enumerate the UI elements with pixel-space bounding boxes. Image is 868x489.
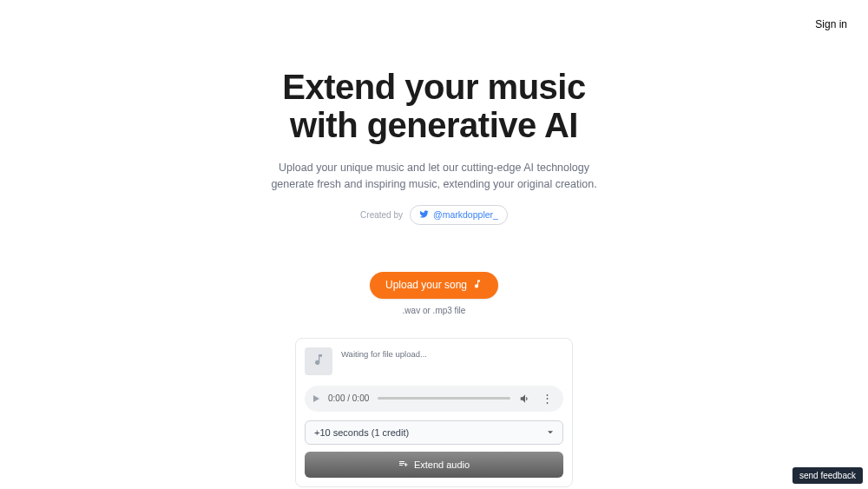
music-note-icon	[312, 353, 326, 370]
seek-slider[interactable]	[378, 397, 510, 400]
volume-icon[interactable]	[519, 393, 531, 405]
kebab-menu-icon[interactable]: ⋮	[540, 393, 555, 404]
upload-hint: .wav or .mp3 file	[148, 306, 720, 315]
player-card: Waiting for file upload... 0:00 / 0:00 ⋮…	[295, 338, 573, 487]
extend-button-label: Extend audio	[414, 459, 470, 470]
created-by-row: Created by @markdoppler_	[148, 205, 720, 225]
page-title: Extend your music with generative AI	[148, 68, 720, 144]
duration-select[interactable]: +10 seconds (1 credit)	[305, 420, 563, 445]
title-line-1: Extend your music	[282, 68, 585, 106]
signin-link[interactable]: Sign in	[815, 18, 847, 30]
subtitle: Upload your unique music and let our cut…	[260, 160, 608, 193]
audio-player[interactable]: 0:00 / 0:00 ⋮	[305, 386, 563, 412]
music-note-icon	[472, 279, 483, 292]
created-by-label: Created by	[360, 210, 403, 220]
extend-audio-button[interactable]: Extend audio	[305, 452, 563, 478]
twitter-handle: @markdoppler_	[433, 209, 498, 220]
track-thumbnail	[305, 347, 332, 375]
upload-status: Waiting for file upload...	[341, 347, 427, 359]
playlist-add-icon	[398, 459, 409, 471]
upload-button-label: Upload your song	[385, 279, 467, 291]
time-display: 0:00 / 0:00	[328, 393, 369, 403]
play-icon[interactable]	[313, 395, 319, 402]
send-feedback-button[interactable]: send feedback	[792, 467, 863, 484]
title-line-2: with generative AI	[290, 106, 578, 144]
twitter-icon	[419, 209, 429, 221]
twitter-link[interactable]: @markdoppler_	[410, 205, 508, 225]
upload-button[interactable]: Upload your song	[370, 272, 498, 299]
